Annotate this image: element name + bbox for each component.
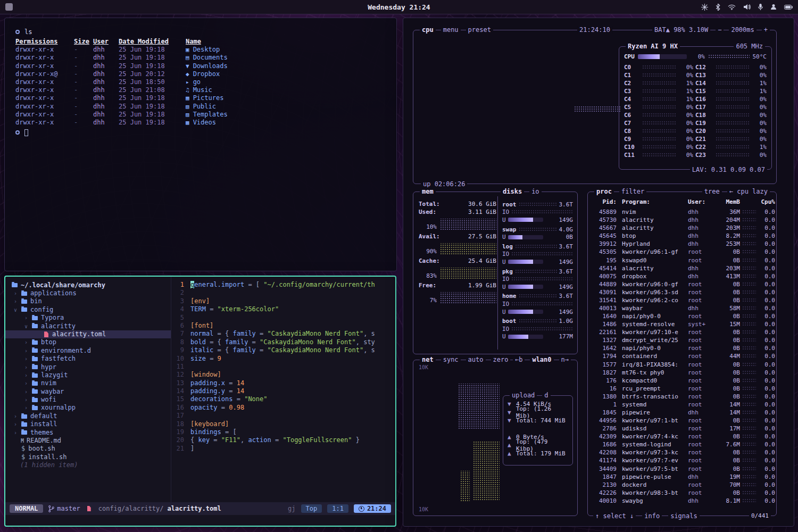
- process-cpu-graph: [742, 330, 756, 334]
- preset-button[interactable]: preset: [466, 26, 493, 34]
- tree-item[interactable]: (1 hidden item): [5, 461, 171, 469]
- tree-item[interactable]: hypr: [5, 363, 171, 371]
- interval-minus-button[interactable]: −: [716, 26, 724, 34]
- mem-header[interactable]: MemB: [716, 198, 740, 205]
- process-row[interactable]: 1380 btrfs-transactio root 0B 0.0: [592, 393, 772, 401]
- info-button[interactable]: info: [642, 512, 662, 520]
- core-meter: [716, 137, 750, 141]
- process-row[interactable]: 42309 kworker/u97:4-kc root 0B 0.0: [592, 433, 772, 440]
- user-header[interactable]: User:: [688, 198, 711, 205]
- tree-item[interactable]: themes: [5, 429, 171, 437]
- process-row[interactable]: 176 kcompactd0 root 0B 0.0: [592, 377, 772, 385]
- tree-item[interactable]: Typora: [5, 314, 171, 322]
- io-toggle[interactable]: io: [529, 187, 541, 196]
- snowflake-icon[interactable]: [701, 4, 708, 11]
- user-icon[interactable]: [770, 4, 777, 10]
- filter-button[interactable]: filter: [619, 187, 646, 196]
- neovim-window[interactable]: ~/.local/share/omarchy applications: [4, 276, 396, 527]
- process-row[interactable]: 40013 waybar dhh 58M 0.0: [592, 304, 772, 312]
- tree-item[interactable]: xournalpp: [5, 404, 171, 412]
- net-zero-button[interactable]: zero: [491, 355, 511, 364]
- wifi-icon[interactable]: [728, 4, 736, 10]
- net-sync-button[interactable]: sync: [441, 355, 461, 364]
- process-row[interactable]: 44889 kworker/u96:0-gf root 0B 0.0: [592, 280, 772, 288]
- battery-icon[interactable]: [784, 5, 793, 10]
- tree-root[interactable]: ~/.local/share/omarchy: [5, 281, 171, 289]
- editor-pane[interactable]: 1 general.import = [ "~/.config/omarchy/…: [171, 277, 395, 502]
- process-row[interactable]: 2786 udisksd root 17M 0.0: [592, 425, 772, 433]
- tree-item[interactable]: environment.d: [5, 347, 171, 355]
- tree-item[interactable]: README.md: [5, 437, 171, 445]
- terminal-window-ls[interactable]: ls Permissions Size User Date Modified N…: [4, 18, 397, 271]
- process-row[interactable]: 45667 alacritty dhh 203M 0.0: [592, 224, 772, 232]
- process-row[interactable]: 1827 mt76-tx phy0 root 0B 0.0: [592, 369, 772, 377]
- pid-header[interactable]: Pid:: [592, 198, 617, 205]
- tree-item[interactable]: install: [5, 420, 171, 428]
- tree-item[interactable]: default: [5, 412, 171, 420]
- tree-item[interactable]: boot.sh: [5, 445, 171, 453]
- cpu-header[interactable]: Cpu%: [758, 198, 775, 205]
- tree-item[interactable]: alacritty.toml: [5, 330, 171, 338]
- process-row[interactable]: 45645 btop dhh 8.2M 0.0: [592, 232, 772, 240]
- file-tree-pane[interactable]: ~/.local/share/omarchy applications: [5, 277, 171, 502]
- process-row[interactable]: 1642 napi/phy0-0 root 0B 0.0: [592, 344, 772, 352]
- process-row[interactable]: 1 systemd root 14M 0.0: [592, 401, 772, 409]
- tree-item[interactable]: config: [5, 306, 171, 314]
- process-row[interactable]: 41174 kworker/u97:7-ev root 0B 0.0: [592, 456, 772, 464]
- tree-item[interactable]: alacritty: [5, 322, 171, 330]
- process-row[interactable]: 1845 pipewire dhh 14M 0.0: [592, 409, 772, 417]
- process-row[interactable]: 16 rcu_preempt root 0B 0.0: [592, 385, 772, 393]
- process-row[interactable]: 45889 nvim dhh 36M 0.0: [592, 208, 772, 216]
- process-row[interactable]: 34409 kworker/u97:5-bt root 0B 0.0: [592, 465, 772, 473]
- btop-window[interactable]: cpu menu preset 21:24:10 BAT▲ 98% 3.10W …: [403, 18, 794, 527]
- select-control[interactable]: ↑ select ↓: [593, 512, 636, 520]
- disk-graph: [519, 203, 557, 206]
- tree-toggle-button[interactable]: tree: [702, 187, 722, 196]
- tree-item[interactable]: applications: [5, 289, 171, 297]
- tree-item[interactable]: nvim: [5, 379, 171, 387]
- permissions-cell: drwxr-xr-x: [15, 103, 74, 111]
- process-row[interactable]: 22161 kworker/u97:10-e root 0B 0.0: [592, 328, 772, 336]
- tree-item[interactable]: waybar: [5, 388, 171, 396]
- iface-prev-button[interactable]: ←b: [513, 355, 525, 364]
- net-auto-button[interactable]: auto: [466, 355, 486, 364]
- process-row[interactable]: 44956 kworker/u97:1-bt root 0B 0.0: [592, 417, 772, 425]
- process-row[interactable]: 1327 dmcrypt_write/25 root 0B 0.0: [592, 336, 772, 344]
- tree-item[interactable]: wofi: [5, 396, 171, 404]
- tree-item[interactable]: install.sh: [5, 453, 171, 461]
- tree-item[interactable]: btop: [5, 338, 171, 346]
- process-row[interactable]: 45305 kworker/u96:1-gf root 0B 0.0: [592, 248, 772, 256]
- process-row[interactable]: 45414 alacritty dhh 203M 0.0: [592, 264, 772, 272]
- process-row[interactable]: 45730 alacritty dhh 204M 0.0: [592, 216, 772, 224]
- process-row[interactable]: 1577 irq/81-PIXA3854: root 0B 0.0: [592, 360, 772, 368]
- tree-item[interactable]: bin: [5, 297, 171, 305]
- sort-selector[interactable]: ← cpu lazy: [727, 187, 770, 196]
- process-mem: 0B: [716, 449, 740, 456]
- signals-button[interactable]: signals: [668, 512, 700, 520]
- process-row[interactable]: 42208 kworker/u97:3-kc root 0B 0.0: [592, 448, 772, 456]
- process-row[interactable]: 195 kswapd0 root 0B 0.0: [592, 256, 772, 264]
- process-row[interactable]: 1686 systemd-logind root 7.6M 0.0: [592, 440, 772, 448]
- download-tab[interactable]: d: [542, 391, 550, 400]
- process-row[interactable]: 43091 kworker/u96:3-sd root 0B 0.0: [592, 288, 772, 296]
- process-row[interactable]: 39912 Hyprland dhh 253M 0.0: [592, 240, 772, 248]
- bluetooth-icon[interactable]: [716, 4, 720, 11]
- process-row[interactable]: 31541 kworker/u96:2-co root 0B 0.0: [592, 296, 772, 304]
- process-row[interactable]: 1794 containerd root 44M 0.0: [592, 352, 772, 360]
- iface-next-button[interactable]: n→: [559, 355, 571, 364]
- process-row[interactable]: 40010 swaybg dhh 8.1M 0.0: [592, 497, 772, 505]
- interval-plus-button[interactable]: +: [762, 26, 770, 34]
- process-row[interactable]: 1847 pipewire-pulse dhh 19M 0.0: [592, 473, 772, 481]
- program-header[interactable]: Program:: [619, 198, 686, 205]
- process-row[interactable]: 1640 napi/phy0-0 root 0B 0.0: [592, 312, 772, 320]
- process-row[interactable]: 1486 systemd-resolve syst+ 15M 0.0: [592, 320, 772, 328]
- volume-icon[interactable]: [743, 4, 751, 10]
- tree-item[interactable]: lazygit: [5, 371, 171, 379]
- upload-tab[interactable]: upload: [510, 391, 537, 400]
- tree-item[interactable]: fastfetch: [5, 355, 171, 363]
- process-row[interactable]: 2130 dockerd root 70M 0.0: [592, 481, 772, 489]
- process-row[interactable]: 40075 dropbox dhh 413M 0.0: [592, 272, 772, 280]
- menu-button[interactable]: menu: [441, 26, 461, 34]
- microphone-icon[interactable]: [758, 4, 763, 11]
- process-row[interactable]: 42226 kworker/u98:3-bt root 0B 0.0: [592, 489, 772, 497]
